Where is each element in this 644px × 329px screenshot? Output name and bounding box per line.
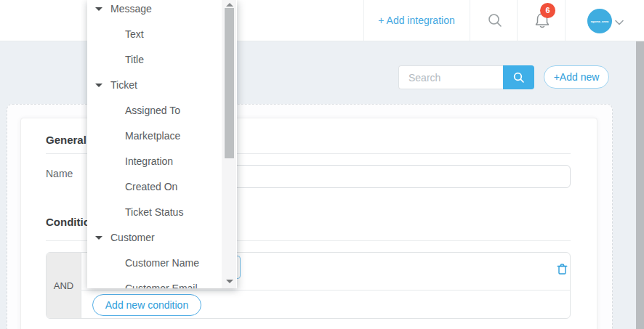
triangle-down-icon[interactable] <box>95 236 102 240</box>
header-divider <box>565 0 565 41</box>
header-divider <box>517 0 518 41</box>
dropdown-item[interactable]: Ticket Status <box>87 200 222 225</box>
page-scrollbar[interactable] <box>636 41 644 329</box>
dropdown-item-label: Text <box>125 28 144 40</box>
dropdown-item[interactable]: Created On <box>87 174 222 200</box>
add-integration-link[interactable]: + Add integration <box>363 0 470 41</box>
trash-icon <box>556 262 568 275</box>
attribute-dropdown-list: MessageTextTitleTicketAssigned ToMarketp… <box>87 0 222 288</box>
dropdown-item-label: Ticket <box>110 79 137 91</box>
dropdown-item[interactable]: Ticket <box>87 73 222 98</box>
header-search-button[interactable] <box>480 6 510 35</box>
dropdown-item-label: Assigned To <box>125 105 180 116</box>
add-new-condition-button[interactable]: Add new condition <box>92 294 201 316</box>
user-menu-toggle[interactable] <box>614 16 624 29</box>
dropdown-item[interactable]: Integration <box>87 149 222 174</box>
dropdown-scrollbar-thumb[interactable] <box>225 8 234 158</box>
dropdown-item[interactable]: Text <box>87 22 222 47</box>
chevron-down-icon <box>614 19 624 26</box>
search-input[interactable] <box>398 65 503 89</box>
search-icon <box>512 71 526 84</box>
search-icon <box>486 12 504 29</box>
dropdown-item-label: Customer Email <box>125 283 198 288</box>
and-operator-label: AND <box>54 280 73 291</box>
avatar[interactable]: ngoma_anna <box>587 9 612 33</box>
dropdown-item-label: Title <box>125 54 144 65</box>
add-new-button[interactable]: +Add new <box>544 65 609 89</box>
scroll-up-arrow-icon[interactable] <box>226 3 233 7</box>
dropdown-item[interactable]: Customer Email <box>87 276 222 288</box>
dropdown-item-label: Message <box>110 3 152 15</box>
triangle-down-icon[interactable] <box>95 84 102 87</box>
dropdown-item-label: Ticket Status <box>125 206 183 218</box>
dropdown-item-label: Created On <box>125 181 177 192</box>
search-submit-button[interactable] <box>503 65 534 89</box>
dropdown-item[interactable]: Title <box>87 47 222 73</box>
header-divider <box>470 0 470 41</box>
dropdown-item[interactable]: Customer <box>87 225 222 251</box>
dropdown-item[interactable]: Assigned To <box>87 98 222 123</box>
condition-operator-cell: AND <box>47 253 81 318</box>
notification-count-badge: 6 <box>540 3 555 18</box>
condition-row-divider <box>81 290 570 291</box>
dropdown-item-label: Customer <box>110 232 155 243</box>
dropdown-item-label: Customer Name <box>125 257 199 269</box>
general-section-heading: General <box>46 134 86 146</box>
dropdown-item[interactable]: Message <box>87 0 222 22</box>
triangle-down-icon[interactable] <box>95 7 102 11</box>
attribute-dropdown: MessageTextTitleTicketAssigned ToMarketp… <box>87 0 237 288</box>
dropdown-item[interactable]: Marketplace <box>87 123 222 149</box>
dropdown-item[interactable]: Customer Name <box>87 251 222 276</box>
dropdown-item-label: Marketplace <box>125 130 180 142</box>
name-label: Name <box>46 168 73 179</box>
avatar-username-label: ngoma_anna <box>591 20 609 23</box>
dropdown-item-label: Integration <box>125 155 173 167</box>
delete-condition-button[interactable] <box>555 262 569 277</box>
scroll-down-arrow-icon[interactable] <box>226 280 233 283</box>
